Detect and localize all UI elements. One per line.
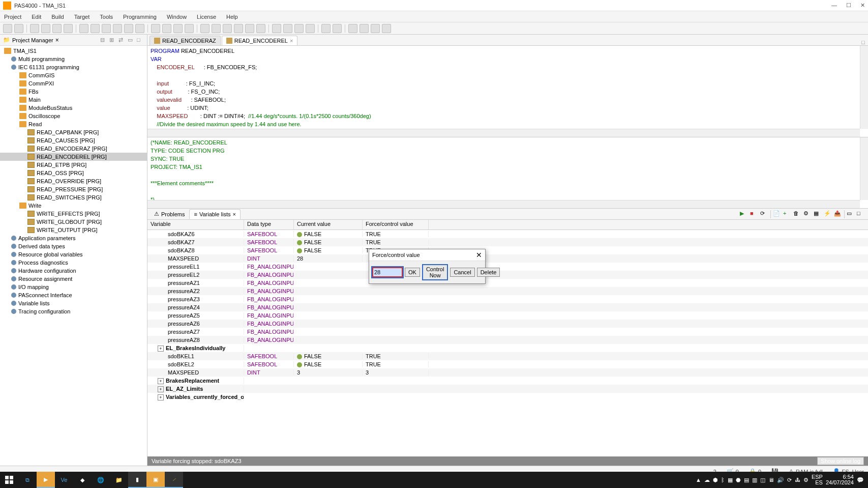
show-online-log-button[interactable]: Show online log xyxy=(817,457,864,465)
taskbar-terminal[interactable]: ▮ xyxy=(128,472,146,488)
cancel-button[interactable]: Cancel xyxy=(450,268,474,277)
maximize-panel-icon[interactable]: □ xyxy=(137,37,144,44)
tree-item[interactable]: FBs xyxy=(0,88,147,96)
var-row[interactable]: pressureAZ2FB_ANALOGINPUT xyxy=(147,287,868,295)
delete-button[interactable]: Delete xyxy=(477,268,500,277)
tab-read-encoderel[interactable]: READ_ENCODEREL × xyxy=(222,36,298,45)
tree-item[interactable]: CommPXI xyxy=(0,79,147,88)
tray-icon[interactable]: 🖥 xyxy=(768,477,774,483)
tray-icon[interactable]: ▦ xyxy=(728,477,733,483)
taskbar-app-2[interactable]: Ve xyxy=(55,472,73,488)
expand-icon[interactable]: + xyxy=(158,394,164,400)
tray-icon[interactable]: ⟳ xyxy=(787,477,792,483)
minimize-button[interactable]: — xyxy=(831,2,837,9)
var-row[interactable]: sdoBKAZ7SAFEBOOLFALSETRUE xyxy=(147,238,868,246)
var-row[interactable]: pressureAZ6FB_ANALOGINPUT xyxy=(147,320,868,328)
tab-problems[interactable]: ⚠ Problems xyxy=(149,209,189,219)
export-icon[interactable]: 📤 xyxy=(834,210,842,218)
toolbar-button-9[interactable] xyxy=(113,24,122,33)
tree-item[interactable]: TMA_IS1 xyxy=(0,47,147,55)
maximize-icon[interactable]: □ xyxy=(861,39,865,45)
menu-tools[interactable]: Tools xyxy=(98,13,115,21)
taskbar-pas4000[interactable]: ▣ xyxy=(146,472,165,488)
toolbar-button-31[interactable] xyxy=(382,24,391,33)
toolbar-button-21[interactable] xyxy=(256,24,265,33)
taskbar-app-vscode[interactable]: ⧉ xyxy=(18,472,37,488)
expand-all-icon[interactable]: ⊞ xyxy=(109,37,116,44)
tree-item[interactable]: Multi programming xyxy=(0,55,147,63)
tray-icon[interactable]: ◫ xyxy=(760,477,765,483)
minimize-panel-icon[interactable]: ▭ xyxy=(128,37,135,44)
vscrollbar[interactable] xyxy=(860,46,868,129)
var-row[interactable]: pressureEL1FB_ANALOGINPUT xyxy=(147,263,868,271)
menu-programming[interactable]: Programming xyxy=(121,13,159,21)
toolbar-button-6[interactable] xyxy=(79,24,88,33)
toolbar-button-8[interactable] xyxy=(102,24,111,33)
notifications-icon[interactable]: 💬 xyxy=(857,477,864,483)
toolbar-button-27[interactable] xyxy=(333,24,342,33)
tree-item[interactable]: CommGIS xyxy=(0,71,147,79)
var-row[interactable]: pressureAZ3FB_ANALOGINPUT xyxy=(147,295,868,303)
var-row[interactable]: MAXSPEEDDINT28 xyxy=(147,254,868,263)
col-current[interactable]: Current value xyxy=(294,220,363,229)
toolbar-button-26[interactable] xyxy=(321,24,331,33)
tree-item[interactable]: READ_ENCODEREL [PRG] xyxy=(0,153,147,161)
toolbar-button-12[interactable] xyxy=(151,24,160,33)
toolbar-button-7[interactable] xyxy=(91,24,100,33)
menu-build[interactable]: Build xyxy=(49,13,66,21)
refresh-icon[interactable]: ⟳ xyxy=(760,210,768,218)
var-row[interactable]: pressureAZ5FB_ANALOGINPUT xyxy=(147,311,868,320)
tray-icon[interactable]: ▲ xyxy=(696,477,701,483)
add-icon[interactable]: 📄 xyxy=(773,210,781,218)
tree-item[interactable]: WRITE_EFFECTS [PRG] xyxy=(0,210,147,218)
collapse-all-icon[interactable]: ⊟ xyxy=(100,37,107,44)
var-row[interactable]: MAXSPEEDDINT33 xyxy=(147,368,868,377)
taskbar-chrome[interactable]: 🌐 xyxy=(92,472,110,488)
force-value-input[interactable] xyxy=(372,267,403,277)
control-now-button[interactable]: Control Now xyxy=(422,264,448,280)
tree-item[interactable]: WRITE_OUTPUT [PRG] xyxy=(0,226,147,234)
menu-project[interactable]: Project xyxy=(2,13,23,21)
tree-item[interactable]: READ_CAUSES [PRG] xyxy=(0,136,147,145)
var-row[interactable]: pressureAZ7FB_ANALOGINPUT xyxy=(147,328,868,336)
minimize-icon[interactable]: ▭ xyxy=(847,210,855,218)
close-icon[interactable]: × xyxy=(232,211,235,217)
tree-item[interactable]: ModuleBusStatus xyxy=(0,104,147,112)
toolbar-button-17[interactable] xyxy=(212,24,221,33)
toolbar-button-22[interactable] xyxy=(272,24,281,33)
tray-icon[interactable]: ⚙ xyxy=(803,477,809,483)
implementation-pane[interactable]: (*NAME: READ_ENCODERELTYPE: CODE SECTION… xyxy=(147,137,868,209)
dialog-titlebar[interactable]: Force/control value ✕ xyxy=(369,249,485,261)
toolbar-button-3[interactable] xyxy=(41,24,50,33)
taskbar-app-5[interactable]: ⟋ xyxy=(165,472,183,488)
project-tree[interactable]: TMA_IS1Multi programmingIEC 61131 progra… xyxy=(0,46,147,466)
toolbar-button-16[interactable] xyxy=(200,24,209,33)
tree-item[interactable]: Variable lists xyxy=(0,299,147,307)
var-row[interactable]: sdoBKEL1SAFEBOOLFALSETRUE xyxy=(147,352,868,360)
tree-item[interactable]: Tracing configuration xyxy=(0,307,147,315)
tree-item[interactable]: READ_PRESSURE [PRG] xyxy=(0,185,147,193)
taskbar-explorer[interactable]: 📁 xyxy=(110,472,128,488)
toolbar-button-11[interactable] xyxy=(135,24,144,33)
play-icon[interactable]: ▶ xyxy=(740,210,748,218)
clock-date[interactable]: 24/07/2024 xyxy=(826,480,854,485)
force-icon[interactable]: ⚙ xyxy=(803,210,812,218)
tree-item[interactable]: READ_OSS [PRG] xyxy=(0,169,147,177)
bluetooth-icon[interactable]: ᛒ xyxy=(721,477,725,483)
maximize-icon[interactable]: □ xyxy=(857,210,865,218)
plus-icon[interactable]: + xyxy=(783,210,791,218)
filter-icon[interactable]: ⚡ xyxy=(824,210,832,218)
tree-item[interactable]: Resource assignment xyxy=(0,275,147,283)
col-force[interactable]: Force/control value xyxy=(363,220,429,229)
tree-item[interactable]: Hardware configuration xyxy=(0,267,147,275)
link-editor-icon[interactable]: ⇄ xyxy=(118,37,126,44)
tree-item[interactable]: I/O mapping xyxy=(0,283,147,291)
toolbar-button-1[interactable] xyxy=(14,24,23,33)
toolbar-button-28[interactable] xyxy=(348,24,357,33)
menu-license[interactable]: License xyxy=(195,13,218,21)
start-button[interactable] xyxy=(0,472,18,488)
tree-item[interactable]: PASconnect Interface xyxy=(0,291,147,299)
taskbar-app-3[interactable]: ◆ xyxy=(73,472,92,488)
toolbar-button-25[interactable] xyxy=(306,24,315,33)
tree-item[interactable]: READ_CAPBANK [PRG] xyxy=(0,128,147,136)
